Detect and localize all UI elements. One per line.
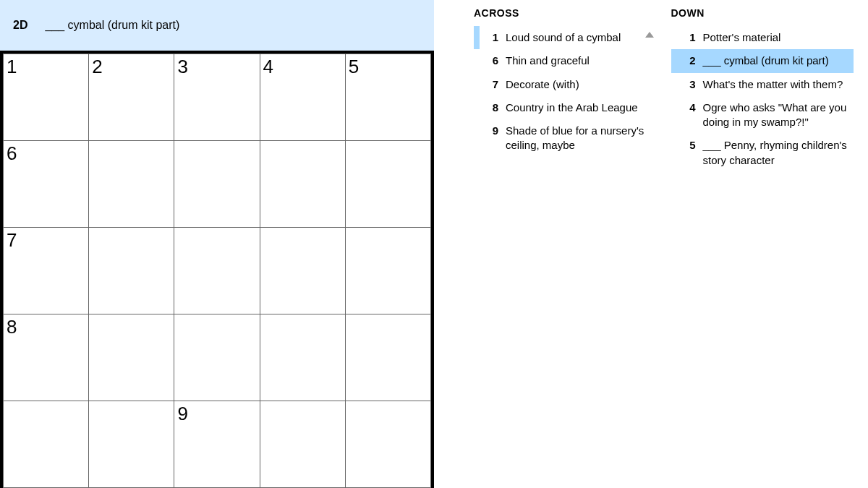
cell-number: 2 bbox=[92, 56, 102, 78]
grid-cell[interactable]: 6 bbox=[4, 141, 89, 228]
cell-number: 4 bbox=[263, 56, 273, 78]
across-column: ACROSS 1Loud sound of a cymbal6Thin and … bbox=[474, 7, 671, 488]
clue-item[interactable]: 7Decorate (with) bbox=[474, 73, 657, 96]
grid-cell[interactable]: 1 bbox=[4, 54, 89, 141]
clue-text: ___ Penny, rhyming children's story char… bbox=[703, 138, 848, 168]
grid-cell[interactable] bbox=[260, 141, 345, 228]
clue-item[interactable]: 1Loud sound of a cymbal bbox=[474, 26, 657, 49]
clue-item[interactable]: 2___ cymbal (drum kit part) bbox=[671, 49, 854, 72]
clue-text: Country in the Arab League bbox=[506, 100, 651, 115]
clue-text: ___ cymbal (drum kit part) bbox=[703, 53, 848, 68]
grid-cell[interactable]: 7 bbox=[4, 228, 89, 314]
grid-cell[interactable]: 9 bbox=[174, 401, 260, 488]
grid-cell[interactable]: 4 bbox=[260, 54, 345, 141]
clue-number: 2 bbox=[681, 53, 696, 68]
cell-number: 6 bbox=[7, 142, 17, 165]
cell-number: 1 bbox=[7, 56, 17, 78]
grid-cell bbox=[4, 401, 89, 488]
grid-cell[interactable] bbox=[345, 401, 430, 488]
grid-cell[interactable] bbox=[174, 228, 260, 314]
clue-item[interactable]: 5___ Penny, rhyming children's story cha… bbox=[671, 134, 854, 172]
clue-text: Potter's material bbox=[703, 30, 848, 45]
grid-cell[interactable] bbox=[345, 141, 430, 228]
current-clue-bar[interactable]: 2D ___ cymbal (drum kit part) bbox=[0, 0, 434, 51]
caret-up-icon bbox=[645, 32, 654, 38]
grid-cell[interactable]: 5 bbox=[345, 54, 430, 141]
grid-cell[interactable] bbox=[89, 314, 174, 401]
down-heading: DOWN bbox=[671, 7, 854, 19]
grid-cell[interactable]: 2 bbox=[89, 54, 174, 141]
clue-item[interactable]: 9Shade of blue for a nursery's ceiling, … bbox=[474, 119, 657, 158]
clue-number: 3 bbox=[681, 77, 696, 92]
clue-text: What's the matter with them? bbox=[703, 77, 848, 92]
clue-number: 9 bbox=[484, 124, 498, 153]
grid-cell[interactable] bbox=[260, 314, 345, 401]
clue-number: 7 bbox=[484, 77, 498, 92]
grid-cell[interactable] bbox=[260, 228, 345, 314]
clue-item[interactable]: 6Thin and graceful bbox=[474, 49, 657, 72]
down-clue-list: 1Potter's material2___ cymbal (drum kit … bbox=[671, 26, 854, 172]
clue-text: Loud sound of a cymbal bbox=[506, 30, 651, 45]
clue-number: 4 bbox=[681, 100, 696, 130]
clue-number: 8 bbox=[484, 100, 498, 115]
grid-cell[interactable] bbox=[89, 141, 174, 228]
crossword-grid: 123456789 bbox=[0, 51, 434, 488]
across-heading: ACROSS bbox=[474, 7, 657, 19]
cell-number: 8 bbox=[7, 316, 17, 338]
grid-cell[interactable]: 8 bbox=[4, 314, 89, 401]
grid-cell[interactable] bbox=[89, 228, 174, 314]
current-clue-number: 2D bbox=[13, 19, 27, 32]
clue-item[interactable]: 4Ogre who asks "What are you doing in my… bbox=[671, 96, 854, 134]
cell-number: 3 bbox=[177, 56, 187, 78]
clue-text: Decorate (with) bbox=[506, 77, 651, 92]
grid-cell[interactable] bbox=[174, 141, 260, 228]
current-clue-text: ___ cymbal (drum kit part) bbox=[45, 19, 179, 32]
down-column: DOWN 1Potter's material2___ cymbal (drum… bbox=[671, 7, 869, 488]
grid-cell bbox=[89, 401, 174, 488]
across-clue-list: 1Loud sound of a cymbal6Thin and gracefu… bbox=[474, 26, 657, 158]
clue-number: 1 bbox=[484, 30, 498, 45]
cell-number: 5 bbox=[349, 56, 359, 78]
grid-cell[interactable] bbox=[345, 228, 430, 314]
grid-cell[interactable] bbox=[260, 401, 345, 488]
clue-text: Shade of blue for a nursery's ceiling, m… bbox=[506, 124, 651, 153]
cell-number: 9 bbox=[177, 403, 187, 425]
clue-number: 6 bbox=[484, 53, 498, 68]
grid-cell[interactable]: 3 bbox=[174, 54, 260, 141]
clue-item[interactable]: 8Country in the Arab League bbox=[474, 96, 657, 119]
grid-cell[interactable] bbox=[174, 314, 260, 401]
clue-number: 5 bbox=[681, 138, 696, 168]
clue-item[interactable]: 3What's the matter with them? bbox=[671, 73, 854, 96]
clue-item[interactable]: 1Potter's material bbox=[671, 26, 854, 49]
clue-number: 1 bbox=[681, 30, 696, 45]
cell-number: 7 bbox=[7, 229, 17, 252]
clue-text: Thin and graceful bbox=[506, 53, 651, 68]
grid-cell[interactable] bbox=[345, 314, 430, 401]
clue-text: Ogre who asks "What are you doing in my … bbox=[703, 100, 848, 130]
